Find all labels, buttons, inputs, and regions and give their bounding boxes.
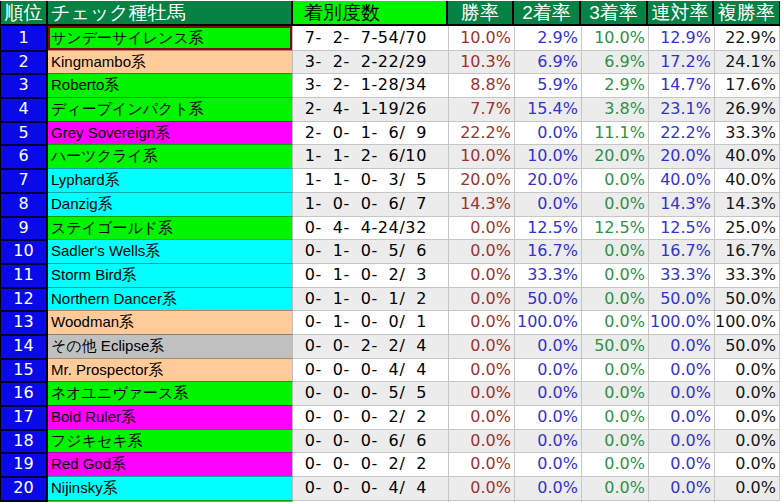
fukusho-rate-cell[interactable]: 40.0%	[714, 168, 780, 192]
rentai-rate-cell[interactable]: 14.7%	[648, 73, 714, 97]
second-rate-cell[interactable]: 0.0%	[514, 381, 581, 405]
header-finish-record[interactable]: 着別度数	[293, 1, 448, 24]
second-rate-cell[interactable]: 33.3%	[514, 263, 581, 287]
fukusho-rate-cell[interactable]: 22.9%	[714, 26, 780, 50]
rentai-rate-cell[interactable]: 100.0%	[648, 310, 714, 334]
sire-name-cell[interactable]: Roberto系	[48, 73, 293, 97]
win-rate-cell[interactable]: 22.2%	[448, 121, 514, 145]
fukusho-rate-cell[interactable]: 0.0%	[714, 429, 780, 453]
fukusho-rate-cell[interactable]: 16.7%	[714, 239, 780, 263]
second-rate-cell[interactable]: 2.9%	[514, 26, 581, 50]
finish-record-cell[interactable]: 0- 1- 0- 2/ 3	[293, 263, 448, 287]
second-rate-cell[interactable]: 5.9%	[514, 73, 581, 97]
second-rate-cell[interactable]: 100.0%	[514, 310, 581, 334]
finish-record-cell[interactable]: 0- 0- 0- 5/ 5	[293, 381, 448, 405]
rank-cell[interactable]: 3	[0, 73, 48, 97]
finish-record-cell[interactable]: 0- 4- 4-24/32	[293, 216, 448, 240]
fukusho-rate-cell[interactable]: 0.0%	[714, 452, 780, 476]
rank-cell[interactable]: 10	[0, 239, 48, 263]
header-second-rate[interactable]: 2着率	[514, 1, 581, 24]
second-rate-cell[interactable]: 50.0%	[514, 287, 581, 311]
sire-name-cell[interactable]: Bold Ruler系	[48, 405, 293, 429]
second-rate-cell[interactable]: 16.7%	[514, 239, 581, 263]
fukusho-rate-cell[interactable]: 100.0%	[714, 310, 780, 334]
rentai-rate-cell[interactable]: 0.0%	[648, 358, 714, 382]
rentai-rate-cell[interactable]: 20.0%	[648, 144, 714, 168]
sire-name-cell[interactable]: フジキセキ系	[48, 429, 293, 453]
rentai-rate-cell[interactable]: 14.3%	[648, 192, 714, 216]
win-rate-cell[interactable]: 0.0%	[448, 216, 514, 240]
rentai-rate-cell[interactable]: 12.9%	[648, 26, 714, 50]
third-rate-cell[interactable]: 50.0%	[581, 334, 648, 358]
finish-record-cell[interactable]: 3- 2- 1-28/34	[293, 73, 448, 97]
sire-name-cell[interactable]: その他 Eclipse系	[48, 334, 293, 358]
header-rank[interactable]: 順位	[0, 1, 48, 24]
third-rate-cell[interactable]: 0.0%	[581, 476, 648, 500]
rentai-rate-cell[interactable]: 50.0%	[648, 287, 714, 311]
fukusho-rate-cell[interactable]: 26.9%	[714, 97, 780, 121]
sire-name-cell[interactable]: ステイゴールド系	[48, 216, 293, 240]
third-rate-cell[interactable]: 0.0%	[581, 358, 648, 382]
rank-cell[interactable]: 16	[0, 381, 48, 405]
sire-name-cell[interactable]: Woodman系	[48, 310, 293, 334]
rank-cell[interactable]: 19	[0, 452, 48, 476]
finish-record-cell[interactable]: 0- 0- 0- 2/ 2	[293, 452, 448, 476]
fukusho-rate-cell[interactable]: 0.0%	[714, 381, 780, 405]
sire-name-cell[interactable]: Mr. Prospector系	[48, 358, 293, 382]
fukusho-rate-cell[interactable]: 0.0%	[714, 476, 780, 500]
rank-cell[interactable]: 17	[0, 405, 48, 429]
finish-record-cell[interactable]: 0- 1- 0- 1/ 2	[293, 287, 448, 311]
fukusho-rate-cell[interactable]: 33.3%	[714, 121, 780, 145]
rentai-rate-cell[interactable]: 0.0%	[648, 452, 714, 476]
third-rate-cell[interactable]: 2.9%	[581, 73, 648, 97]
finish-record-cell[interactable]: 0- 0- 0- 4/ 4	[293, 476, 448, 500]
third-rate-cell[interactable]: 0.0%	[581, 192, 648, 216]
second-rate-cell[interactable]: 12.5%	[514, 216, 581, 240]
third-rate-cell[interactable]: 12.5%	[581, 216, 648, 240]
rank-cell[interactable]: 13	[0, 310, 48, 334]
win-rate-cell[interactable]: 0.0%	[448, 452, 514, 476]
sire-name-cell[interactable]: Sadler's Wells系	[48, 239, 293, 263]
second-rate-cell[interactable]: 0.0%	[514, 121, 581, 145]
rentai-rate-cell[interactable]: 22.2%	[648, 121, 714, 145]
second-rate-cell[interactable]: 20.0%	[514, 168, 581, 192]
finish-record-cell[interactable]: 0- 0- 0- 4/ 4	[293, 358, 448, 382]
third-rate-cell[interactable]: 0.0%	[581, 310, 648, 334]
third-rate-cell[interactable]: 0.0%	[581, 452, 648, 476]
rank-cell[interactable]: 8	[0, 192, 48, 216]
fukusho-rate-cell[interactable]: 33.3%	[714, 263, 780, 287]
fukusho-rate-cell[interactable]: 17.6%	[714, 73, 780, 97]
third-rate-cell[interactable]: 6.9%	[581, 50, 648, 74]
third-rate-cell[interactable]: 0.0%	[581, 168, 648, 192]
sire-name-cell[interactable]: ネオユニヴァース系	[48, 381, 293, 405]
sire-name-cell[interactable]: Storm Bird系	[48, 263, 293, 287]
rentai-rate-cell[interactable]: 33.3%	[648, 263, 714, 287]
second-rate-cell[interactable]: 6.9%	[514, 50, 581, 74]
header-sire-name[interactable]: チェック種牡馬	[48, 1, 293, 24]
finish-record-cell[interactable]: 0- 0- 2- 2/ 4	[293, 334, 448, 358]
second-rate-cell[interactable]: 0.0%	[514, 192, 581, 216]
fukusho-rate-cell[interactable]: 25.0%	[714, 216, 780, 240]
rank-cell[interactable]: 9	[0, 216, 48, 240]
rentai-rate-cell[interactable]: 0.0%	[648, 476, 714, 500]
rentai-rate-cell[interactable]: 0.0%	[648, 405, 714, 429]
third-rate-cell[interactable]: 0.0%	[581, 239, 648, 263]
finish-record-cell[interactable]: 2- 0- 1- 6/ 9	[293, 121, 448, 145]
rank-cell[interactable]: 20	[0, 476, 48, 500]
rank-cell[interactable]: 5	[0, 121, 48, 145]
fukusho-rate-cell[interactable]: 0.0%	[714, 358, 780, 382]
rentai-rate-cell[interactable]: 0.0%	[648, 334, 714, 358]
sire-name-cell[interactable]: サンデーサイレンス系	[48, 26, 293, 50]
header-win-rate[interactable]: 勝率	[448, 1, 514, 24]
fukusho-rate-cell[interactable]: 24.1%	[714, 50, 780, 74]
rank-cell[interactable]: 12	[0, 287, 48, 311]
rank-cell[interactable]: 7	[0, 168, 48, 192]
sire-name-cell[interactable]: Nijinsky系	[48, 476, 293, 500]
third-rate-cell[interactable]: 10.0%	[581, 26, 648, 50]
sire-name-cell[interactable]: Red God系	[48, 452, 293, 476]
win-rate-cell[interactable]: 0.0%	[448, 334, 514, 358]
third-rate-cell[interactable]: 0.0%	[581, 405, 648, 429]
rentai-rate-cell[interactable]: 0.0%	[648, 381, 714, 405]
rentai-rate-cell[interactable]: 17.2%	[648, 50, 714, 74]
second-rate-cell[interactable]: 0.0%	[514, 476, 581, 500]
